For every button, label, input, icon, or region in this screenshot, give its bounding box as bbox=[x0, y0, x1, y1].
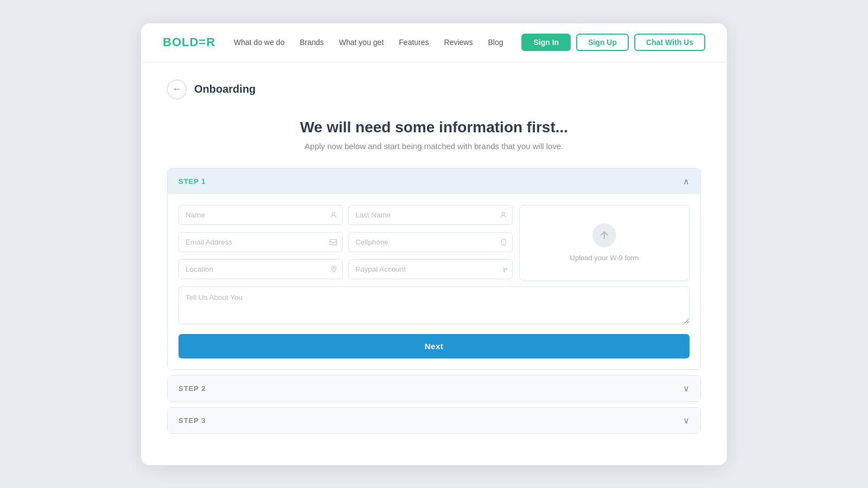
breadcrumb: ← Onboarding bbox=[167, 80, 701, 99]
logo: BOLD=R bbox=[163, 35, 215, 49]
upload-w9-box[interactable]: Upload your W-9 form bbox=[519, 205, 690, 281]
nav-blog[interactable]: Blog bbox=[488, 38, 503, 47]
paypal-field-group: P bbox=[348, 259, 513, 281]
about-textarea[interactable] bbox=[178, 286, 690, 324]
form-left: P bbox=[178, 205, 519, 281]
step2-label: STEP 2 bbox=[178, 384, 206, 393]
step1-accordion: STEP 1 ∧ bbox=[167, 168, 701, 370]
svg-point-0 bbox=[332, 212, 335, 215]
step1-form-grid: P Upload your W-9 form bbox=[178, 205, 690, 281]
svg-point-5 bbox=[333, 267, 335, 269]
upload-icon bbox=[592, 223, 616, 247]
main-content: ← Onboarding We will need some informati… bbox=[141, 62, 727, 465]
signup-button[interactable]: Sign Up bbox=[576, 34, 629, 51]
email-input[interactable] bbox=[178, 232, 343, 252]
hero-title: We will need some information first... bbox=[167, 119, 701, 136]
location-field-group bbox=[178, 259, 343, 281]
email-field-group bbox=[178, 232, 343, 254]
form-right: Upload your W-9 form bbox=[519, 205, 690, 281]
step2-accordion: STEP 2 ∨ bbox=[167, 375, 701, 402]
nav-what-you-get[interactable]: What you get bbox=[339, 38, 384, 47]
last-name-icon bbox=[499, 211, 507, 221]
step3-chevron-icon: ∨ bbox=[683, 415, 690, 426]
step3-accordion: STEP 3 ∨ bbox=[167, 407, 701, 434]
svg-point-1 bbox=[502, 212, 505, 215]
step2-chevron-icon: ∨ bbox=[683, 383, 690, 394]
chat-button[interactable]: Chat With Us bbox=[634, 34, 705, 51]
paypal-input[interactable] bbox=[348, 259, 513, 279]
nav-what-we-do[interactable]: What do we do bbox=[234, 38, 284, 47]
cellphone-field-group bbox=[348, 232, 513, 254]
name-icon bbox=[329, 211, 337, 221]
upload-label: Upload your W-9 form bbox=[570, 254, 639, 262]
name-input[interactable] bbox=[178, 205, 343, 225]
about-field-group bbox=[178, 286, 690, 326]
step1-body: P Upload your W-9 form bbox=[168, 194, 700, 369]
svg-point-4 bbox=[503, 243, 504, 244]
back-arrow-icon: ← bbox=[172, 84, 182, 95]
step1-chevron-icon: ∧ bbox=[683, 176, 690, 187]
cellphone-input[interactable] bbox=[348, 232, 513, 252]
nav-reviews[interactable]: Reviews bbox=[444, 38, 473, 47]
navbar: BOLD=R What do we do Brands What you get… bbox=[141, 23, 727, 62]
location-icon bbox=[330, 265, 337, 275]
nav-brands[interactable]: Brands bbox=[299, 38, 323, 47]
back-button[interactable]: ← bbox=[167, 80, 187, 99]
paypal-icon: P bbox=[503, 266, 507, 274]
logo-highlight: =R bbox=[199, 35, 215, 49]
name-field-group bbox=[178, 205, 343, 227]
svg-rect-2 bbox=[330, 239, 337, 245]
page-title: Onboarding bbox=[194, 83, 256, 95]
step1-header[interactable]: STEP 1 ∧ bbox=[168, 169, 700, 194]
step3-header[interactable]: STEP 3 ∨ bbox=[168, 408, 700, 433]
signin-button[interactable]: Sign In bbox=[521, 34, 571, 51]
last-name-input[interactable] bbox=[348, 205, 513, 225]
step3-label: STEP 3 bbox=[178, 416, 206, 425]
nav-features[interactable]: Features bbox=[399, 38, 429, 47]
location-input[interactable] bbox=[178, 259, 343, 279]
nav-buttons: Sign In Sign Up Chat With Us bbox=[521, 34, 705, 51]
hero-subtitle: Apply now below and start being matched … bbox=[167, 142, 701, 151]
step2-header[interactable]: STEP 2 ∨ bbox=[168, 376, 700, 401]
nav-links: What do we do Brands What you get Featur… bbox=[234, 38, 503, 47]
step1-label: STEP 1 bbox=[178, 177, 206, 185]
hero-section: We will need some information first... A… bbox=[167, 119, 701, 151]
email-icon bbox=[329, 238, 337, 248]
cellphone-icon bbox=[500, 238, 507, 248]
logo-main: BOLD bbox=[163, 35, 199, 49]
last-name-field-group bbox=[348, 205, 513, 227]
next-button[interactable]: Next bbox=[178, 334, 690, 358]
